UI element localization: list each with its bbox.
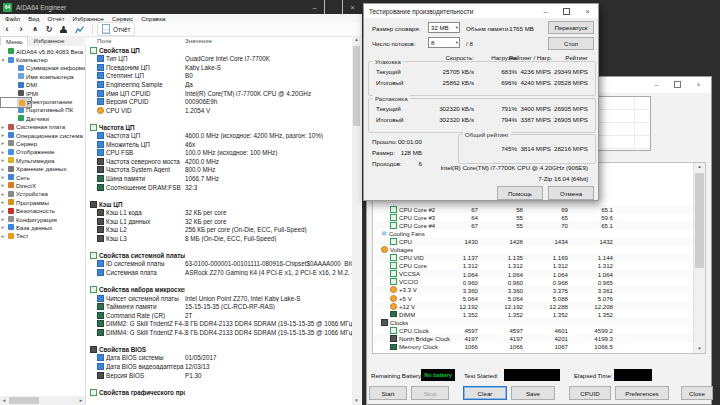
menu-item[interactable]: Справка — [141, 15, 165, 22]
menu-item[interactable]: Вид — [28, 15, 39, 22]
grid-section-row[interactable]: Свойства ЦП — [86, 46, 352, 55]
forward-icon[interactable]: › — [14, 24, 28, 34]
grid-row[interactable]: Кэш L1 кода32 КБ per core — [86, 208, 352, 217]
sidebar-item-storage[interactable]: ▸Хранение данных — [0, 164, 85, 172]
sensor-row[interactable]: +3.3 V3.3603.3603.3763.361 — [373, 286, 694, 294]
tab-favorites[interactable]: Избранное — [28, 36, 69, 46]
grid-row[interactable]: Engineering SampleДа — [86, 80, 352, 89]
sidebar-item-overclock[interactable]: Разгон — [0, 97, 32, 108]
grid-row[interactable]: CPU VID1.2054 V — [86, 106, 352, 115]
dictionary-size-select[interactable]: 32 MB ▾ — [428, 22, 460, 33]
clear-button[interactable]: Clear — [463, 386, 507, 400]
sensor-row[interactable]: CPU Core #267586965.1 — [373, 205, 694, 213]
grid-section-row[interactable]: Свойства набора микросхем (... — [86, 285, 352, 294]
sidebar-item-devices[interactable]: ▸Устройства — [0, 190, 85, 198]
sidebar-item-sensors[interactable]: Датчики — [0, 114, 85, 122]
sidebar-item-programs[interactable]: ▸Программы — [0, 198, 85, 206]
help-button[interactable]: Помощь — [497, 186, 543, 200]
scrollbar-thumb[interactable] — [9, 397, 39, 404]
sidebar-item-database[interactable]: ▸База данных — [0, 223, 85, 231]
sensor-row[interactable]: VCCSA1.0641.0641.0641.064 — [373, 270, 694, 278]
horizontal-scrollbar[interactable]: ◄ ► — [0, 396, 85, 405]
grid-row[interactable]: DIMM4: G Skill TridentZ F4-3...8 ГБ DDR4… — [86, 328, 352, 337]
maximize-button[interactable] — [324, 0, 343, 14]
grid-section-row[interactable]: Свойства BIOS — [86, 345, 352, 354]
threads-select[interactable]: 8 ▾ — [428, 37, 460, 48]
restart-button[interactable]: Перезапуск — [548, 21, 594, 34]
cpuid-button[interactable]: CPUID — [569, 386, 611, 400]
tab-menu[interactable]: Меню — [0, 36, 28, 46]
sidebar-item-network[interactable]: ▸Сеть — [0, 173, 85, 181]
sensor-row[interactable]: CPU Clock4597459746014599.2 — [373, 326, 694, 334]
column-value[interactable]: Значение — [185, 37, 212, 44]
maximize-button[interactable] — [556, 4, 577, 18]
sidebar-item-computer[interactable]: ▾Компьютер — [0, 55, 85, 63]
up-icon[interactable]: ∧ — [28, 25, 42, 33]
cancel-button[interactable]: Отмена — [548, 186, 594, 200]
grid-row[interactable]: CPU FSB100.0 MHz (исходное: 100 MHz) — [86, 149, 352, 158]
grid-row[interactable]: Частота System Agent800.0 MHz — [86, 166, 352, 175]
preferences-button[interactable]: Preferences — [615, 386, 669, 400]
grid-section-row[interactable]: Свойства системной платы — [86, 251, 352, 260]
scroll-down-icon[interactable]: ▼ — [352, 397, 361, 405]
sidebar-item-display[interactable]: ▸Отображение — [0, 148, 85, 156]
sensor-row[interactable]: CPU VID1.1371.1351.1691.144 — [373, 254, 694, 262]
grid-row[interactable]: Версия BIOSP1.30 — [86, 371, 352, 380]
grid-row[interactable]: Кэш L38 МБ (On-Die, ECC, Full-Speed) — [86, 234, 352, 243]
sidebar-item-server[interactable]: ▸Сервер — [0, 139, 85, 147]
sensor-section-row[interactable]: Clocks — [373, 318, 694, 326]
sidebar-item-name[interactable]: Имя компьютера — [0, 72, 85, 80]
chart-icon[interactable] — [75, 25, 84, 34]
grid-section-row[interactable]: Частота ЦП — [86, 123, 352, 132]
sensor-row[interactable]: DIMM1.3521.3521.3521.352 — [373, 310, 694, 318]
sidebar-item-security[interactable]: ▸Безопасность — [0, 206, 85, 214]
grid-row[interactable]: Тип ЦПQuadCore Intel Core i7-7700K — [86, 55, 352, 64]
grid-row[interactable]: Имя ЦП CPUIDIntel(R) Core(TM) i7-7700K C… — [86, 89, 352, 98]
grid-row[interactable]: Command Rate (CR)2T — [86, 311, 352, 320]
sidebar-item-dmi[interactable]: DMI — [0, 81, 85, 89]
menu-item[interactable]: Сервис — [112, 15, 133, 22]
grid-row[interactable]: Тайминги памяти15-15-15-35 (CL-RCD-RP-RA… — [86, 302, 352, 311]
scroll-up-icon[interactable]: ▲ — [694, 163, 705, 171]
sensor-row[interactable]: VCCIO0.9600.9600.9680.965 — [373, 278, 694, 286]
menu-item[interactable]: Избранное — [73, 15, 104, 22]
vertical-scrollbar[interactable]: ▲ ▼ — [352, 36, 361, 405]
sidebar-item-motherboard[interactable]: ▸Системная плата — [0, 123, 85, 131]
grid-row[interactable]: Дата BIOS видеоадаптера12/03/13 — [86, 362, 352, 371]
sensor-row[interactable]: +12 V12.19212.19212.28812.208 — [373, 302, 694, 310]
grid-row[interactable]: Кэш L1 данных32 КБ per core — [86, 217, 352, 226]
scroll-right-icon[interactable]: ► — [77, 396, 85, 405]
sensor-row[interactable]: Memory Clock1066106610671066.5 — [373, 343, 694, 351]
sensor-row[interactable]: CPU Core #467557065.1 — [373, 221, 694, 229]
back-icon[interactable]: ‹ — [0, 24, 14, 34]
grid-row[interactable]: Частота ЦП4600.0 MHz (исходное: 4200 MHz… — [86, 131, 352, 140]
maximize-button[interactable] — [667, 78, 688, 91]
grid-row[interactable]: Степпинг ЦПB0 — [86, 72, 352, 81]
report-button[interactable]: Отчёт — [97, 22, 135, 36]
scroll-left-icon[interactable]: ◄ — [0, 396, 8, 405]
grid-row[interactable]: Псевдоним ЦПKaby Lake-S — [86, 63, 352, 72]
close-button[interactable]: × — [343, 0, 362, 14]
grid-row[interactable]: ID системной платы63-0100-000001-0010111… — [86, 260, 352, 269]
sidebar-item-summary[interactable]: Суммарная информация — [0, 64, 85, 72]
refresh-icon[interactable]: ↻ — [42, 25, 56, 34]
scrollbar-thumb[interactable] — [353, 46, 360, 126]
menu-item[interactable]: Отчёт — [47, 15, 64, 22]
grid-row[interactable]: Соотношение DRAM:FSB32:3 — [86, 183, 352, 192]
sensor-row[interactable]: CPU1430142814341432 — [373, 237, 694, 245]
grid-row[interactable]: Частота северного моста4200.0 MHz — [86, 157, 352, 166]
close-button[interactable]: × — [577, 4, 598, 18]
sensor-section-row[interactable]: Voltages — [373, 245, 694, 253]
sidebar-item-directx[interactable]: ▸DirectX — [0, 181, 85, 189]
sensor-row[interactable]: North Bridge Clock4197419742014199.3 — [373, 335, 694, 343]
grid-row[interactable]: DIMM2: G Skill TridentZ F4-3...8 ГБ DDR4… — [86, 320, 352, 329]
grid-row[interactable]: Дата BIOS системы01/05/2017 — [86, 354, 352, 363]
tree-root-item[interactable]: AIDA64 v5.80.4083 Beta — [0, 47, 85, 55]
menu-item[interactable]: Файл — [5, 15, 20, 22]
sidebar-item-multimedia[interactable]: ▸Мультимедиа — [0, 156, 85, 164]
sidebar-item-ipmi[interactable]: IPMI — [0, 89, 85, 97]
grid-row[interactable]: Шина памяти1066.7 MHz — [86, 174, 352, 183]
minimize-button[interactable]: – — [535, 4, 556, 18]
sensor-row[interactable]: CPU Core #364556559.6 — [373, 213, 694, 221]
sidebar-item-os[interactable]: ▸Операционная система — [0, 131, 85, 139]
